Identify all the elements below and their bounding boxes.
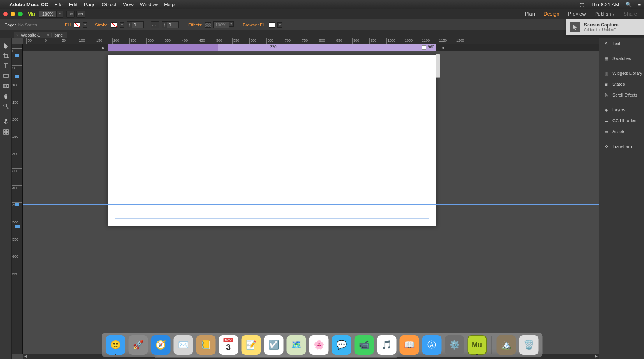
panel-states[interactable]: ▣States <box>599 79 644 90</box>
dock-app-facetime[interactable]: 📹 <box>354 335 374 355</box>
zoom-tool-icon[interactable] <box>2 103 9 110</box>
hand-tool-icon[interactable] <box>2 93 9 100</box>
close-button[interactable] <box>3 12 8 16</box>
guide-marker-icon[interactable] <box>15 54 19 57</box>
opacity-field[interactable]: 100% ▼ <box>213 21 234 28</box>
menu-page[interactable]: Page <box>84 2 95 7</box>
menu-edit[interactable]: Edit <box>69 2 78 7</box>
panel-assets[interactable]: ▭Assets <box>599 126 644 137</box>
dock-app-preferences[interactable]: ⚙️ <box>445 335 464 355</box>
stroke-weight-stepper[interactable]: ▲▼ 0 <box>127 21 144 28</box>
stroke-dropdown-icon[interactable]: ▼ <box>120 22 124 28</box>
panel-swatches[interactable]: ▦Swatches <box>599 53 644 64</box>
guide-footer[interactable] <box>23 204 599 205</box>
close-tab-icon[interactable]: × <box>16 33 19 37</box>
fill-dropdown-icon[interactable]: ▼ <box>83 22 87 28</box>
ruler-tick: 350 <box>12 168 22 169</box>
spotlight-icon[interactable]: 🔍 <box>625 2 632 7</box>
text-tool-icon[interactable] <box>2 62 9 69</box>
corner-options-icon[interactable]: ⌐ ⌐ <box>151 21 159 28</box>
browser-fill-dropdown-icon[interactable]: ▼ <box>277 22 282 28</box>
dock-app-notes[interactable]: 📝 <box>241 335 261 355</box>
dock-app-photos[interactable]: 🌸 <box>309 335 328 355</box>
clock[interactable]: Thu 8:21 AM <box>591 2 619 7</box>
dock-app-contacts[interactable]: 📒 <box>196 335 215 355</box>
ruler-tick: 250 <box>12 134 22 134</box>
breakpoint-bar[interactable]: » 320 960 « <box>23 44 599 51</box>
menu-list-icon[interactable]: ≡ <box>638 2 641 7</box>
zoom-control[interactable]: 100% ▼ <box>39 11 63 18</box>
canvas[interactable] <box>23 51 599 354</box>
dock-app-itunes[interactable]: 🎵 <box>377 335 396 355</box>
mode-publish[interactable]: Publish▼ <box>595 11 615 17</box>
frame-tool-icon[interactable] <box>2 83 9 90</box>
zoom-value[interactable]: 100% <box>39 11 57 18</box>
page-artboard[interactable] <box>108 55 436 226</box>
panel-cc-libraries[interactable]: ☁CC Libraries <box>599 115 644 126</box>
guide-marker-icon[interactable] <box>15 203 19 206</box>
mode-design[interactable]: Design <box>543 11 559 17</box>
horizontal-ruler[interactable]: 5005010015020025030035040045050055060065… <box>23 38 599 44</box>
dock-app-folder[interactable]: 🏔️ <box>496 335 516 355</box>
guide-bottom[interactable] <box>23 226 599 226</box>
breakpoint-handle[interactable] <box>422 45 426 50</box>
dock-app-safari[interactable]: 🧭 <box>151 335 170 355</box>
crop-tool-icon[interactable] <box>2 52 9 59</box>
panel-widgets[interactable]: ▥Widgets Library <box>599 68 644 79</box>
panel-text[interactable]: AText <box>599 38 644 49</box>
mode-plan[interactable]: Plan <box>525 11 535 17</box>
close-tab-icon[interactable]: × <box>47 33 49 37</box>
dock-app-mail[interactable]: ✉️ <box>173 335 193 355</box>
dock-app-trash[interactable]: 🗑️ <box>519 335 538 355</box>
dock-app-messages[interactable]: 💬 <box>332 335 351 355</box>
stroke-label: Stroke: <box>95 23 109 27</box>
menu-help[interactable]: Help <box>164 2 175 7</box>
guide-marker-icon[interactable] <box>15 225 20 228</box>
airplay-icon[interactable]: ▢ <box>580 2 584 7</box>
vertical-ruler[interactable]: 050100150200250300350400450500550600650 <box>12 44 23 354</box>
tab-website[interactable]: × Website-1 <box>14 32 44 38</box>
ruler-tick: 150 <box>12 100 22 100</box>
dock-app-reminders[interactable]: ☑️ <box>264 335 283 355</box>
minimize-button[interactable] <box>11 12 15 16</box>
menu-object[interactable]: Object <box>102 2 116 7</box>
page-states-dropdown[interactable]: No States <box>18 23 37 27</box>
dock-app-finder[interactable]: 🙂 <box>106 335 125 355</box>
dock-app-calendar[interactable]: NOV3 <box>219 335 238 355</box>
dock-app-ibooks[interactable]: 📖 <box>399 335 419 355</box>
page-scroll-handle[interactable] <box>436 54 440 78</box>
insert-page-icon[interactable]: +▭ <box>66 11 75 18</box>
tab-home[interactable]: × Home <box>44 32 67 38</box>
fill-swatch[interactable] <box>74 22 80 28</box>
zoom-button[interactable] <box>18 12 23 16</box>
browser-fill-swatch[interactable] <box>269 22 275 28</box>
panel-layers[interactable]: ◈Layers <box>599 104 644 115</box>
selection-tool-icon[interactable] <box>2 42 9 49</box>
notification-toast[interactable]: Screen Capture Added to "Unfiled" <box>566 19 644 35</box>
dock-app-maps[interactable]: 🗺️ <box>286 335 306 355</box>
effects-swatch[interactable] <box>205 22 211 28</box>
menu-window[interactable]: Window <box>140 2 158 7</box>
breakpoint-collapse-left-icon[interactable]: » <box>100 44 107 51</box>
layout-options-icon[interactable]: ▭▾ <box>76 11 85 18</box>
dock-app-appstore[interactable]: Ⓐ <box>422 335 441 355</box>
mode-preview[interactable]: Preview <box>568 11 586 17</box>
dock-app-muse[interactable]: Mu <box>467 335 487 355</box>
form-tool-icon[interactable] <box>2 128 9 136</box>
app-menu[interactable]: Adobe Muse CC <box>9 2 48 7</box>
dock-app-launchpad[interactable]: 🚀 <box>128 335 148 355</box>
zoom-dropdown-icon[interactable]: ▼ <box>57 11 63 18</box>
corner-radius-stepper[interactable]: ▲▼ 0 <box>162 21 179 28</box>
menu-view[interactable]: View <box>123 2 134 7</box>
scroll-left-icon[interactable]: ◀ <box>23 354 28 359</box>
guide-top[interactable] <box>23 55 599 55</box>
panel-transform[interactable]: ⊹Transform <box>599 141 644 152</box>
anchor-tool-icon[interactable] <box>2 118 9 125</box>
stroke-swatch[interactable] <box>111 22 117 28</box>
scroll-right-icon[interactable]: ▶ <box>593 354 599 359</box>
rectangle-tool-icon[interactable] <box>2 72 9 79</box>
guide-marker-icon[interactable] <box>15 75 19 78</box>
panel-scroll-effects[interactable]: ⇅Scroll Effects <box>599 90 644 100</box>
breakpoint-collapse-right-icon[interactable]: « <box>439 44 446 51</box>
menu-file[interactable]: File <box>55 2 63 7</box>
